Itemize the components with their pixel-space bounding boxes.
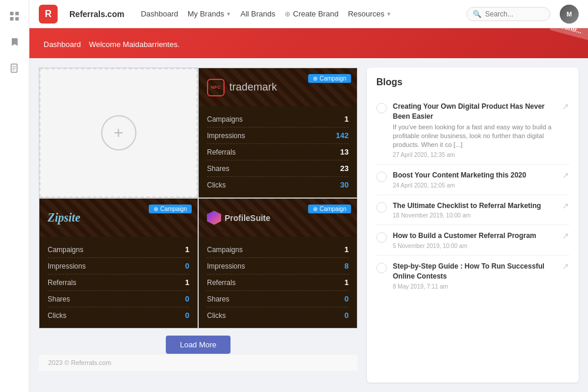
load-more-area: Load More [39, 336, 358, 354]
svg-rect-0 [10, 12, 14, 15]
blog-date-3: 18 November 2019, 10:00 am [393, 212, 556, 219]
brands-section: + ⊕ Campaign NFC trademark [39, 68, 358, 383]
svg-rect-3 [15, 17, 19, 21]
blog-date-2: 24 April 2020, 12:05 am [393, 182, 556, 189]
chevron-down-icon: ▼ [226, 11, 231, 17]
main-area: R Referrals.com Dashboard My Brands ▼ Al… [29, 0, 588, 392]
campaign-icon-2: ⊕ [153, 206, 158, 212]
brand-card-trademark: ⊕ Campaign NFC trademark Campaigns [199, 68, 357, 197]
share-icon-3[interactable]: ↗ [562, 201, 569, 210]
brand-card-profilesuite: ⊕ Campaign ProfileSuite Campaigns [199, 199, 357, 328]
blog-title-4: How to Build a Customer Referral Program [393, 231, 556, 241]
trademark-stats: Campaigns 1 Impressions 142 Referrals 13 [199, 106, 357, 197]
left-sidebar [0, 0, 29, 392]
profilesuite-brand-logo: ProfileSuite [207, 211, 270, 225]
profilesuite-stat-referrals: Referrals 1 [207, 274, 349, 291]
list-item: Step-by-Step Guide : How To Run Successf… [376, 256, 569, 296]
blog-title-3: The Ultimate Checklist to Referral Marke… [393, 201, 556, 211]
dashboard-header: Dashboard Welcome Maidabarrientes. Contr… [29, 28, 588, 58]
nfc-icon: NFC [207, 79, 225, 96]
campaign-badge-profilesuite[interactable]: ⊕ Campaign [308, 205, 351, 213]
list-item: Creating Your Own Digital Product Has Ne… [376, 96, 569, 165]
brand-card-zipsite: ⊕ Campaign Zipsite Campaigns 1 [39, 199, 198, 328]
sidebar-icon-bookmark[interactable] [4, 32, 25, 53]
zipsite-stat-clicks: Clicks 0 [48, 307, 189, 323]
blog-checkbox-3[interactable] [376, 202, 387, 213]
profilesuite-stat-shares: Shares 0 [207, 291, 349, 307]
campaign-badge-trademark[interactable]: ⊕ Campaign [308, 74, 351, 83]
blog-content-1: Creating Your Own Digital Product Has Ne… [393, 102, 556, 158]
profilesuite-stats: Campaigns 1 Impressions 8 Referrals 1 [199, 237, 357, 328]
content-area: + ⊕ Campaign NFC trademark [29, 58, 588, 392]
campaign-icon: ⊕ [313, 75, 318, 82]
avatar[interactable]: M [560, 5, 579, 24]
campaign-icon-3: ⊕ [313, 206, 318, 212]
blog-checkbox-2[interactable] [376, 172, 387, 182]
zipsite-stat-shares: Shares 0 [48, 291, 189, 307]
blogs-section: Blogs Creating Your Own Digital Product … [367, 68, 579, 383]
svg-rect-1 [15, 12, 19, 15]
plus-icon: ⊕ [285, 10, 290, 18]
list-item: The Ultimate Checklist to Referral Marke… [376, 195, 569, 226]
share-icon-1[interactable]: ↗ [562, 102, 569, 111]
add-brand-card[interactable]: + [39, 68, 198, 197]
nav-create-brand[interactable]: ⊕ Create Brand [285, 9, 338, 18]
footer: 2023 © Referrals.com [39, 354, 358, 371]
search-input[interactable] [485, 10, 544, 18]
load-more-button[interactable]: Load More [166, 336, 230, 354]
top-nav: R Referrals.com Dashboard My Brands ▼ Al… [29, 0, 588, 28]
blog-date-5: 8 May 2019, 7:11 am [393, 283, 556, 290]
chevron-down-icon-2: ▼ [386, 11, 392, 17]
ps-hex-icon [207, 211, 221, 225]
stat-impressions: Impressions 142 [207, 128, 349, 144]
nav-all-brands[interactable]: All Brands [240, 9, 275, 18]
list-item: Boost Your Content Marketing this 2020 2… [376, 165, 569, 195]
blog-content-4: How to Build a Customer Referral Program… [393, 231, 556, 249]
blog-content-2: Boost Your Content Marketing this 2020 2… [393, 170, 556, 189]
blog-checkbox-5[interactable] [376, 263, 387, 273]
stat-clicks: Clicks 30 [207, 177, 349, 193]
brand-logo: R [39, 5, 58, 24]
profilesuite-stat-impressions: Impressions 8 [207, 258, 349, 274]
profilesuite-stat-clicks: Clicks 0 [207, 307, 349, 323]
zipsite-stat-impressions: Impressions 0 [48, 258, 189, 274]
site-name: Referrals.com [69, 9, 124, 19]
blog-checkbox-1[interactable] [376, 103, 387, 113]
campaign-badge-zipsite[interactable]: ⊕ Campaign [149, 205, 192, 213]
blog-title-1: Creating Your Own Digital Product Has Ne… [393, 102, 556, 122]
zipsite-stat-campaigns: Campaigns 1 [48, 242, 189, 258]
nav-my-brands[interactable]: My Brands ▼ [188, 9, 231, 18]
blog-content-3: The Ultimate Checklist to Referral Marke… [393, 201, 556, 219]
stat-campaigns: Campaigns 1 [207, 111, 349, 128]
trademark-brand-name: trademark [229, 81, 277, 93]
svg-rect-2 [10, 17, 14, 21]
brands-grid: + ⊕ Campaign NFC trademark [39, 68, 358, 329]
blog-title-2: Boost Your Content Marketing this 2020 [393, 170, 556, 180]
search-icon: 🔍 [473, 10, 482, 18]
nav-dashboard[interactable]: Dashboard [141, 9, 178, 18]
blog-title-5: Step-by-Step Guide : How To Run Successf… [393, 262, 556, 282]
search-box[interactable]: 🔍 [466, 7, 550, 21]
nav-resources[interactable]: Resources ▼ [348, 9, 392, 18]
sidebar-icon-grid[interactable] [4, 6, 25, 27]
zipsite-stats: Campaigns 1 Impressions 0 Referrals 1 [39, 237, 198, 328]
add-brand-icon: + [101, 115, 136, 150]
zipsite-stat-referrals: Referrals 1 [48, 274, 189, 291]
blogs-title: Blogs [376, 77, 569, 88]
blog-content-5: Step-by-Step Guide : How To Run Successf… [393, 262, 556, 290]
blog-excerpt-1: If you've been looking for a fast and ea… [393, 123, 556, 150]
list-item: How to Build a Customer Referral Program… [376, 225, 569, 256]
blog-date-1: 27 April 2020, 12:35 am [393, 152, 556, 158]
share-icon-2[interactable]: ↗ [562, 170, 569, 180]
profilesuite-stat-campaigns: Campaigns 1 [207, 242, 349, 258]
page-title: Dashboard Welcome Maidabarrientes. [44, 36, 574, 50]
blog-date-4: 5 November 2019, 10:00 am [393, 243, 556, 249]
profilesuite-brand-name: ProfileSuite [225, 213, 270, 223]
blog-checkbox-4[interactable] [376, 232, 387, 243]
zipsite-brand-name: Zipsite [48, 211, 81, 224]
stat-shares: Shares 23 [207, 160, 349, 177]
share-icon-4[interactable]: ↗ [562, 231, 569, 240]
share-icon-5[interactable]: ↗ [562, 262, 569, 271]
sidebar-icon-document[interactable] [4, 58, 25, 79]
stat-referrals: Referrals 13 [207, 144, 349, 160]
